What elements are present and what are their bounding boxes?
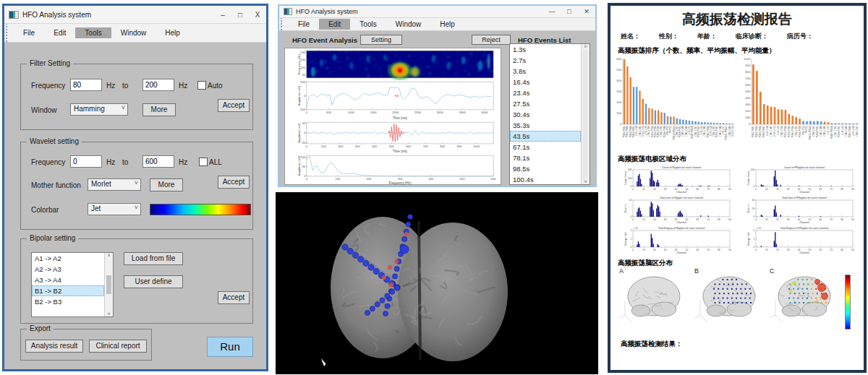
filter-more-button[interactable]: More [142, 103, 176, 116]
svg-text:200: 200 [616, 100, 621, 104]
svg-text:60: 60 [819, 218, 822, 221]
wavelet-freq-to-input[interactable] [142, 155, 174, 168]
svg-text:90: 90 [851, 249, 854, 251]
bipolar-accept-button[interactable]: Accept [218, 291, 250, 304]
menu-item-tools[interactable]: Tools [350, 19, 386, 30]
svg-text:80: 80 [841, 188, 843, 191]
svg-text:700: 700 [745, 77, 750, 80]
list-item[interactable]: 35.3s [510, 120, 581, 131]
list-item[interactable]: B1 -> B2 [32, 285, 104, 296]
event-analysis-label: HFO Event Analysis [292, 36, 357, 44]
filter-accept-button[interactable]: Accept [218, 99, 250, 112]
wavelet-more-button[interactable]: More [150, 178, 183, 191]
bipolar-list-scrollbar[interactable]: ˄˅ [104, 253, 113, 316]
svg-text:P6-P15: P6-P15 [805, 126, 808, 134]
hz-label: Hz [179, 82, 187, 90]
svg-text:400: 400 [616, 79, 621, 82]
list-item[interactable]: A1 -> A2 [32, 253, 104, 264]
wavelet-accept-button[interactable]: Accept [218, 176, 250, 189]
list-item[interactable]: 16.4s [510, 77, 581, 87]
analysis-result-button[interactable]: Analysis result [25, 340, 83, 353]
menu-item-window[interactable]: Window [386, 19, 431, 30]
list-item[interactable]: B2 -> B3 [32, 296, 104, 307]
svg-text:Time (ms): Time (ms) [393, 150, 407, 153]
svg-text:10: 10 [642, 188, 645, 191]
clinical-report-button[interactable]: Clinical report [89, 340, 147, 353]
list-item[interactable]: 23.4s [510, 87, 581, 98]
maximize-icon[interactable]: □ [231, 11, 249, 19]
svg-text:60: 60 [819, 249, 822, 251]
mother-function-select[interactable]: Morlet [88, 178, 141, 191]
svg-text:100: 100 [300, 155, 306, 159]
list-item[interactable]: A3 -> A4 [32, 275, 104, 285]
run-button[interactable]: Run [207, 337, 253, 357]
hfo-events-listbox[interactable]: 1.3s2.7s3.8s16.4s23.4s27.5s30.4s35.3s43.… [509, 43, 590, 185]
menu-drag-handle[interactable] [4, 24, 8, 42]
list-item[interactable]: 30.4s [510, 109, 581, 120]
maximize-icon[interactable]: □ [561, 8, 578, 15]
window-function-select[interactable]: Hamming [70, 103, 128, 116]
list-item[interactable]: 98.5s [510, 163, 581, 174]
close-icon[interactable]: X [249, 11, 266, 19]
menu-item-edit[interactable]: Edit [44, 27, 75, 38]
reject-button[interactable]: Reject [472, 35, 511, 45]
electrode-dot [347, 248, 353, 254]
colorbar-select[interactable]: Jet [88, 203, 141, 215]
list-item[interactable]: 67.1s [510, 142, 581, 152]
menu-drag-handle[interactable] [279, 18, 283, 30]
svg-text:4: 4 [754, 229, 755, 232]
close-icon[interactable]: ✕ [578, 8, 595, 15]
minimize-icon[interactable]: — [543, 8, 561, 15]
list-item[interactable]: 3.8s [510, 66, 581, 77]
patient-fields: 姓名：性别：年龄：临床诊断：病历号： [621, 32, 858, 41]
menu-item-file[interactable]: File [289, 19, 319, 30]
svg-text:80: 80 [718, 249, 720, 251]
events-list-scrollbar[interactable]: ˄˅ [581, 44, 590, 184]
menu-item-window[interactable]: Window [111, 27, 156, 38]
svg-text:Count / times: Count / times [624, 171, 627, 185]
svg-text:500: 500 [745, 90, 750, 93]
wavelet-setting-group: Wavelet setting Frequency Hz to Hz ALL M… [20, 142, 253, 230]
svg-text:500: 500 [300, 80, 306, 84]
svg-text:0: 0 [754, 185, 755, 188]
auto-checkbox[interactable] [197, 81, 206, 90]
load-from-file-button[interactable]: Load from file [124, 252, 183, 265]
list-item[interactable]: 2.7s [510, 55, 581, 66]
menu-item-edit[interactable]: Edit [319, 19, 350, 30]
menu-item-help[interactable]: Help [156, 27, 190, 38]
brain-thumbnail-label: C [770, 267, 775, 275]
svg-text:100: 100 [616, 111, 621, 115]
brain-3d-view[interactable] [276, 192, 598, 374]
svg-text:LTA9-LTA8: LTA9-LTA8 [820, 126, 822, 137]
svg-text:1: 1 [631, 238, 632, 241]
list-item[interactable]: A2 -> A3 [32, 264, 104, 275]
svg-text:LH9-LH10: LH9-LH10 [852, 126, 855, 136]
filter-freq-to-input[interactable] [142, 79, 174, 91]
wavelet-freq-from-input[interactable] [70, 155, 102, 168]
menu-item-help[interactable]: Help [430, 19, 464, 30]
menu-item-tools[interactable]: Tools [75, 27, 111, 38]
list-item[interactable]: 1.3s [510, 44, 581, 55]
bipolar-listbox[interactable]: A1 -> A2A2 -> A3A3 -> A4B1 -> B2B2 -> B3… [31, 252, 114, 317]
user-define-button[interactable]: User define [124, 275, 183, 288]
list-item[interactable]: 100.4s [510, 174, 581, 184]
menu-item-file[interactable]: File [14, 27, 44, 38]
svg-text:P3B13-P3B14: P3B13-P3B14 [809, 126, 812, 140]
electrode-dot [363, 260, 369, 266]
all-checkbox[interactable] [199, 158, 208, 166]
list-item[interactable]: 43.5s [510, 131, 581, 142]
list-item[interactable]: 78.1s [510, 152, 581, 163]
svg-text:LH3-LH4: LH3-LH4 [841, 126, 844, 135]
filter-freq-from-input[interactable] [70, 79, 102, 91]
svg-text:P3B5-P3B6: P3B5-P3B6 [759, 126, 762, 137]
svg-text:300: 300 [397, 177, 403, 181]
svg-text:P3B1-P3B2: P3B1-P3B2 [752, 126, 754, 137]
svg-text:70: 70 [830, 188, 833, 191]
svg-text:100: 100 [335, 177, 341, 181]
list-item[interactable]: 27.5s [510, 98, 581, 109]
minimize-icon[interactable]: – [214, 11, 231, 19]
mother-function-label: Mother function [31, 181, 81, 189]
electrode-dot [388, 265, 392, 270]
setting-button[interactable]: Setting [360, 35, 402, 45]
svg-text:20: 20 [653, 249, 656, 251]
